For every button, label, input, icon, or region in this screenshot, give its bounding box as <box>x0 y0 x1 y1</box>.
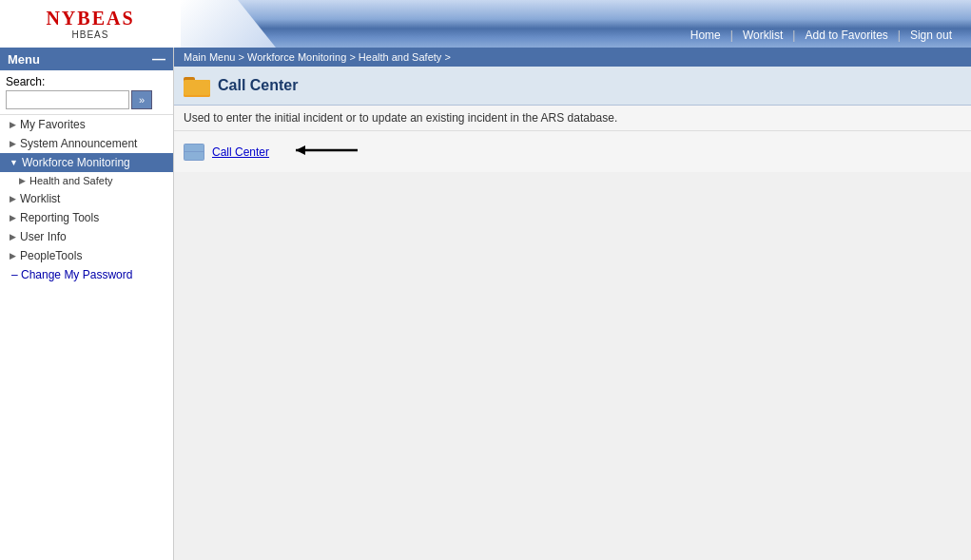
sidebar-item-worklist[interactable]: ▶ Worklist <box>0 189 173 208</box>
sidebar-item-label: Workforce Monitoring <box>22 156 130 169</box>
menu-title: Menu <box>8 52 40 67</box>
content-area: Main Menu > Workforce Monitoring > Healt… <box>174 48 971 560</box>
sidebar-item-label: Reporting Tools <box>20 211 99 224</box>
breadcrumb-health-safety[interactable]: Health and Safety <box>359 51 441 63</box>
expand-arrow: ▶ <box>10 232 16 241</box>
content-list: Call Center <box>174 131 971 172</box>
list-item: Call Center <box>184 137 961 166</box>
description-text: Used to enter the initial incident or to… <box>184 111 617 125</box>
svg-rect-10 <box>194 145 204 151</box>
description-area: Used to enter the initial incident or to… <box>174 106 971 131</box>
logo-main: NYBEAS <box>46 8 134 29</box>
expand-arrow: ▶ <box>19 176 26 185</box>
expand-arrow: ▶ <box>10 194 16 203</box>
logo-area: NYBEAS HBEAS <box>0 0 181 48</box>
sidebar-item-reporting-tools[interactable]: ▶ Reporting Tools <box>0 208 173 227</box>
sidebar-header: Menu — <box>0 48 173 70</box>
sidebar-item-user-info[interactable]: ▶ User Info <box>0 227 173 246</box>
search-label: Search: <box>6 75 167 88</box>
breadcrumb-main-menu[interactable]: Main Menu <box>184 51 235 63</box>
arrow-annotation <box>286 141 362 163</box>
expand-arrow: ▶ <box>10 139 16 148</box>
sidebar: Menu — Search: » ▶ My Favorites ▶ System… <box>0 48 174 560</box>
worklist-link[interactable]: Worklist <box>733 29 792 42</box>
sidebar-collapse-btn[interactable]: — <box>152 51 165 67</box>
sidebar-item-health-and-safety[interactable]: ▶ Health and Safety <box>0 172 173 189</box>
svg-rect-11 <box>184 152 194 160</box>
svg-rect-9 <box>184 145 194 151</box>
breadcrumb-sep2: > <box>349 51 358 63</box>
search-row: » <box>6 90 167 109</box>
folder-icon <box>184 74 210 97</box>
page-title-area: Call Center <box>174 67 971 106</box>
svg-rect-12 <box>194 152 204 160</box>
svg-marker-14 <box>296 145 305 155</box>
sidebar-item-label: System Announcement <box>20 137 137 150</box>
logo-sub: HBEAS <box>46 29 134 40</box>
sidebar-item-people-tools[interactable]: ▶ PeopleTools <box>0 246 173 265</box>
sidebar-item-change-password[interactable]: – Change My Password <box>0 265 173 284</box>
expand-arrow: ▶ <box>10 213 16 222</box>
header-wave <box>181 0 276 48</box>
search-button[interactable]: » <box>131 90 152 109</box>
sidebar-item-label: – Change My Password <box>11 268 132 281</box>
expand-arrow: ▼ <box>10 158 18 167</box>
breadcrumb-sep3: > <box>444 51 450 63</box>
breadcrumb-sep: > <box>238 51 246 63</box>
sidebar-item-label: My Favorites <box>20 118 86 131</box>
sidebar-item-label: Health and Safety <box>29 175 112 186</box>
sidebar-item-label: Worklist <box>20 192 60 205</box>
expand-arrow: ▶ <box>10 120 16 129</box>
breadcrumb-workforce-monitoring[interactable]: Workforce Monitoring <box>247 51 346 63</box>
page-title: Call Center <box>218 77 298 94</box>
add-favorites-link[interactable]: Add to Favorites <box>795 29 897 42</box>
header: NYBEAS HBEAS Home | Worklist | Add to Fa… <box>0 0 971 48</box>
nav-links: Home | Worklist | Add to Favorites | Sig… <box>671 23 971 48</box>
svg-rect-3 <box>184 80 210 95</box>
expand-arrow: ▶ <box>10 251 16 261</box>
breadcrumb: Main Menu > Workforce Monitoring > Healt… <box>174 48 971 67</box>
header-right: Home | Worklist | Add to Favorites | Sig… <box>181 0 971 48</box>
sidebar-item-workforce-monitoring[interactable]: ▼ Workforce Monitoring <box>0 153 173 172</box>
sidebar-item-label: PeopleTools <box>20 249 82 262</box>
sidebar-item-system-announcement[interactable]: ▶ System Announcement <box>0 134 173 153</box>
search-area: Search: » <box>0 70 173 115</box>
logo: NYBEAS HBEAS <box>46 8 134 40</box>
main-layout: Menu — Search: » ▶ My Favorites ▶ System… <box>0 48 971 560</box>
sign-out-link[interactable]: Sign out <box>901 29 961 42</box>
call-center-link[interactable]: Call Center <box>212 145 269 159</box>
sidebar-item-my-favorites[interactable]: ▶ My Favorites <box>0 115 173 134</box>
sidebar-item-label: User Info <box>20 230 67 243</box>
home-link[interactable]: Home <box>681 29 730 42</box>
list-item-icon <box>184 144 204 161</box>
search-input[interactable] <box>6 90 129 109</box>
